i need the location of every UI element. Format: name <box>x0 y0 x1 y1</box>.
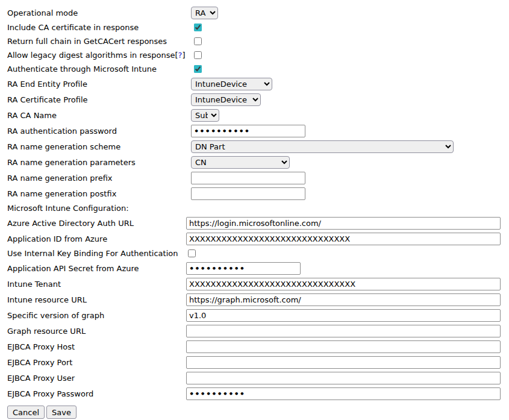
ra-certificate-profile-select[interactable]: IntuneDevice <box>191 93 261 106</box>
scep-alias-configuration-page: Operational modeRAInclude CA certificate… <box>0 0 509 420</box>
save-button[interactable]: Save <box>46 406 77 419</box>
field-label-text: Intune resource URL <box>7 295 87 304</box>
field-label-text: Azure Active Directory Auth URL <box>7 219 134 228</box>
field-label-text: EJBCA Proxy Port <box>7 358 72 367</box>
field-label-text: EJBCA Proxy Password <box>7 389 93 398</box>
field-label-text: Allow legacy digest algorithms in respon… <box>7 51 175 60</box>
field-label-text: Include CA certificate in response <box>7 23 139 32</box>
operational-mode-row: Operational modeRA <box>7 5 509 20</box>
ra-name-gen-params-row: RA name generation parametersCN <box>7 154 509 170</box>
field-label-text: RA name generation prefix <box>7 174 113 183</box>
ra-name-gen-postfix-input[interactable] <box>191 187 305 200</box>
graph-version-row: Specific version of graph <box>7 307 509 323</box>
graph-version-label: Specific version of graph <box>7 311 186 320</box>
use-internal-key-binding-checkbox[interactable] <box>188 249 196 257</box>
intune-section-heading: Microsoft Intune Configuration: <box>7 204 186 213</box>
field-label-text: Authenticate through Microsoft Intune <box>7 64 157 74</box>
ejbca-proxy-port-row: EJBCA Proxy Port <box>7 354 509 370</box>
field-label-text: RA authentication password <box>7 127 117 136</box>
intune-tenant-input[interactable] <box>186 278 501 290</box>
azure-ad-auth-url-row: Azure Active Directory Auth URL <box>7 215 509 231</box>
return-full-chain-checkbox[interactable] <box>194 37 202 45</box>
azure-api-secret-password-input[interactable] <box>186 262 301 275</box>
intune-tenant-row: Intune Tenant <box>7 276 509 292</box>
ra-end-entity-profile-select[interactable]: IntuneDevice <box>191 78 272 90</box>
ejbca-proxy-user-input[interactable] <box>186 372 501 384</box>
azure-application-id-row: Application ID from Azure <box>7 231 509 246</box>
ra-name-gen-prefix-label: RA name generation prefix <box>7 174 186 183</box>
include-ca-cert-checkbox[interactable] <box>194 24 202 31</box>
authenticate-intune-row: Authenticate through Microsoft Intune <box>7 62 509 76</box>
operational-mode-label: Operational mode <box>7 8 186 17</box>
authenticate-intune-label: Authenticate through Microsoft Intune <box>7 64 186 74</box>
field-label-text: EJBCA Proxy User <box>7 374 75 383</box>
ra-name-gen-params-select[interactable]: CN <box>191 156 290 169</box>
graph-version-input[interactable] <box>186 309 501 322</box>
field-label-text: Intune Tenant <box>7 280 61 289</box>
field-label-text: Specific version of graph <box>7 311 104 320</box>
graph-resource-url-label: Graph resource URL <box>7 327 186 336</box>
ra-ca-name-row: RA CA NameSub <box>7 107 509 123</box>
ra-auth-password-label: RA authentication password <box>7 127 186 136</box>
field-label-text: Operational mode <box>7 8 78 17</box>
ra-ca-name-label: RA CA Name <box>7 111 186 120</box>
ra-name-gen-params-label: RA name generation parameters <box>7 158 186 167</box>
ra-name-gen-prefix-row: RA name generation prefix <box>7 170 509 186</box>
field-label-text: RA End Entity Profile <box>7 80 87 89</box>
ra-auth-password-password-input[interactable] <box>191 125 305 137</box>
ejbca-proxy-host-input[interactable] <box>186 340 501 353</box>
ra-name-gen-postfix-label: RA name generation postfix <box>7 189 186 198</box>
ra-certificate-profile-row: RA Certificate ProfileIntuneDevice <box>7 92 509 107</box>
field-label-text: Return full chain in GetCACert responses <box>7 37 167 46</box>
field-label-text: Graph resource URL <box>7 327 86 336</box>
field-label-text: EJBCA Proxy Host <box>7 342 75 351</box>
ra-ca-name-select[interactable]: Sub <box>191 109 219 122</box>
return-full-chain-row: Return full chain in GetCACert responses <box>7 34 509 48</box>
return-full-chain-label: Return full chain in GetCACert responses <box>7 37 186 46</box>
form-buttons: CancelSave <box>7 406 509 419</box>
include-ca-cert-label: Include CA certificate in response <box>7 23 186 32</box>
azure-api-secret-row: Application API Secret from Azure <box>7 260 509 276</box>
ejbca-proxy-password-password-input[interactable] <box>186 387 501 400</box>
ejbca-proxy-port-input[interactable] <box>186 356 501 369</box>
form-rows: Operational modeRAInclude CA certificate… <box>7 5 509 401</box>
field-label-text: RA name generation scheme <box>7 142 120 151</box>
ejbca-proxy-password-row: EJBCA Proxy Password <box>7 386 509 401</box>
cancel-button[interactable]: Cancel <box>7 406 45 419</box>
field-label-text: RA name generation postfix <box>7 189 116 198</box>
ra-name-gen-prefix-input[interactable] <box>191 172 305 184</box>
scep-alias-form: Operational modeRAInclude CA certificate… <box>7 5 509 419</box>
intune-resource-url-row: Intune resource URL <box>7 292 509 307</box>
ra-name-gen-postfix-row: RA name generation postfix <box>7 186 509 201</box>
ra-end-entity-profile-row: RA End Entity ProfileIntuneDevice <box>7 76 509 92</box>
use-internal-key-binding-label: Use Internal Key Binding For Authenticat… <box>7 249 186 258</box>
authenticate-intune-checkbox[interactable] <box>194 65 202 73</box>
ejbca-proxy-user-row: EJBCA Proxy User <box>7 370 509 386</box>
allow-legacy-digest-row: Allow legacy digest algorithms in respon… <box>7 48 509 62</box>
field-label-text: Use Internal Key Binding For Authenticat… <box>7 249 178 258</box>
ra-name-gen-scheme-select[interactable]: DN Part <box>191 140 454 153</box>
field-label-text: RA Certificate Profile <box>7 95 88 104</box>
ejbca-proxy-user-label: EJBCA Proxy User <box>7 374 186 383</box>
allow-legacy-digest-checkbox[interactable] <box>194 51 202 59</box>
azure-application-id-input[interactable] <box>186 233 501 245</box>
ejbca-proxy-port-label: EJBCA Proxy Port <box>7 358 186 367</box>
intune-resource-url-input[interactable] <box>186 293 501 306</box>
azure-ad-auth-url-label: Azure Active Directory Auth URL <box>7 219 186 228</box>
ejbca-proxy-host-row: EJBCA Proxy Host <box>7 339 509 354</box>
intune-tenant-label: Intune Tenant <box>7 280 186 289</box>
azure-api-secret-label: Application API Secret from Azure <box>7 264 186 273</box>
field-label-text: Application ID from Azure <box>7 234 107 243</box>
ejbca-proxy-password-label: EJBCA Proxy Password <box>7 389 186 398</box>
allow-legacy-digest-label: Allow legacy digest algorithms in respon… <box>7 51 186 60</box>
field-label-text: RA name generation parameters <box>7 158 136 167</box>
operational-mode-select[interactable]: RA <box>191 7 218 19</box>
azure-application-id-label: Application ID from Azure <box>7 234 186 243</box>
azure-ad-auth-url-input[interactable] <box>186 217 501 230</box>
field-label-text: Microsoft Intune Configuration: <box>7 204 129 213</box>
graph-resource-url-input[interactable] <box>186 325 501 337</box>
ra-name-gen-scheme-label: RA name generation scheme <box>7 142 186 151</box>
include-ca-cert-row: Include CA certificate in response <box>7 20 509 34</box>
ra-name-gen-scheme-row: RA name generation schemeDN Part <box>7 139 509 154</box>
ejbca-proxy-host-label: EJBCA Proxy Host <box>7 342 186 351</box>
